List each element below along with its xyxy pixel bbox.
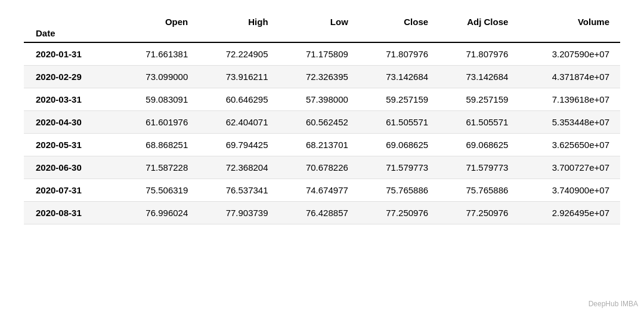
- cell-low: 71.175809: [279, 42, 359, 66]
- cell-close: 69.068625: [359, 134, 439, 156]
- cell-open: 61.601976: [119, 111, 199, 134]
- col-header-adjclose: Adj Close: [439, 12, 519, 28]
- cell-volume: 3.700727e+07: [519, 156, 620, 179]
- table-row: 2020-06-3071.58722872.36820470.67822671.…: [24, 156, 620, 179]
- cell-low: 57.398000: [279, 88, 359, 111]
- table-row: 2020-07-3175.50631976.53734174.67497775.…: [24, 179, 620, 202]
- cell-adj_close: 73.142684: [439, 66, 519, 88]
- cell-open: 71.587228: [119, 156, 199, 179]
- col-header-open-2: [119, 28, 199, 42]
- cell-volume: 7.139618e+07: [519, 88, 620, 111]
- cell-open: 73.099000: [119, 66, 199, 88]
- col-header-adjclose-2: [439, 28, 519, 42]
- cell-low: 76.428857: [279, 202, 359, 224]
- cell-close: 77.250976: [359, 202, 439, 224]
- cell-date: 2020-06-30: [24, 156, 119, 179]
- col-header-date: [24, 12, 119, 28]
- cell-volume: 3.625650e+07: [519, 134, 620, 156]
- cell-low: 74.674977: [279, 179, 359, 202]
- cell-adj_close: 71.579773: [439, 156, 519, 179]
- cell-volume: 3.740900e+07: [519, 179, 620, 202]
- col-header-high: High: [199, 12, 278, 28]
- col-header-volume-2: [519, 28, 620, 42]
- cell-adj_close: 69.068625: [439, 134, 519, 156]
- cell-high: 62.404071: [199, 111, 278, 134]
- cell-adj_close: 77.250976: [439, 202, 519, 224]
- cell-close: 75.765886: [359, 179, 439, 202]
- table-row: 2020-05-3168.86825169.79442568.21370169.…: [24, 134, 620, 156]
- col-header-high-2: [199, 28, 278, 42]
- table-container: Open High Low Close Adj Close Volume Dat…: [24, 12, 620, 224]
- cell-adj_close: 59.257159: [439, 88, 519, 111]
- cell-high: 73.916211: [199, 66, 278, 88]
- col-header-low-2: [279, 28, 359, 42]
- col-header-date-label: Date: [24, 28, 119, 42]
- cell-open: 68.868251: [119, 134, 199, 156]
- table-row: 2020-02-2973.09900073.91621172.32639573.…: [24, 66, 620, 88]
- watermark: DeepHub IMBA: [589, 300, 638, 308]
- cell-open: 59.083091: [119, 88, 199, 111]
- cell-close: 61.505571: [359, 111, 439, 134]
- cell-close: 71.807976: [359, 42, 439, 66]
- table-row: 2020-03-3159.08309160.64629557.39800059.…: [24, 88, 620, 111]
- table-row: 2020-08-3176.99602477.90373976.42885777.…: [24, 202, 620, 224]
- table-row: 2020-04-3061.60197662.40407160.56245261.…: [24, 111, 620, 134]
- cell-adj_close: 71.807976: [439, 42, 519, 66]
- cell-volume: 5.353448e+07: [519, 111, 620, 134]
- cell-volume: 3.207590e+07: [519, 42, 620, 66]
- cell-high: 76.537341: [199, 179, 278, 202]
- cell-close: 59.257159: [359, 88, 439, 111]
- cell-date: 2020-03-31: [24, 88, 119, 111]
- cell-open: 76.996024: [119, 202, 199, 224]
- col-header-low: Low: [279, 12, 359, 28]
- data-table: Open High Low Close Adj Close Volume Dat…: [24, 12, 620, 224]
- cell-date: 2020-07-31: [24, 179, 119, 202]
- col-header-close: Close: [359, 12, 439, 28]
- cell-low: 60.562452: [279, 111, 359, 134]
- cell-high: 60.646295: [199, 88, 278, 111]
- cell-low: 68.213701: [279, 134, 359, 156]
- cell-low: 72.326395: [279, 66, 359, 88]
- col-header-open: Open: [119, 12, 199, 28]
- cell-high: 72.368204: [199, 156, 278, 179]
- cell-date: 2020-01-31: [24, 42, 119, 66]
- cell-close: 73.142684: [359, 66, 439, 88]
- cell-date: 2020-05-31: [24, 134, 119, 156]
- cell-open: 75.506319: [119, 179, 199, 202]
- cell-close: 71.579773: [359, 156, 439, 179]
- cell-date: 2020-08-31: [24, 202, 119, 224]
- cell-high: 69.794425: [199, 134, 278, 156]
- cell-volume: 2.926495e+07: [519, 202, 620, 224]
- table-row: 2020-01-3171.66138172.22490571.17580971.…: [24, 42, 620, 66]
- cell-low: 70.678226: [279, 156, 359, 179]
- cell-high: 72.224905: [199, 42, 278, 66]
- cell-date: 2020-02-29: [24, 66, 119, 88]
- cell-volume: 4.371874e+07: [519, 66, 620, 88]
- cell-adj_close: 61.505571: [439, 111, 519, 134]
- cell-open: 71.661381: [119, 42, 199, 66]
- col-header-volume: Volume: [519, 12, 620, 28]
- col-header-close-2: [359, 28, 439, 42]
- cell-date: 2020-04-30: [24, 111, 119, 134]
- cell-high: 77.903739: [199, 202, 278, 224]
- cell-adj_close: 75.765886: [439, 179, 519, 202]
